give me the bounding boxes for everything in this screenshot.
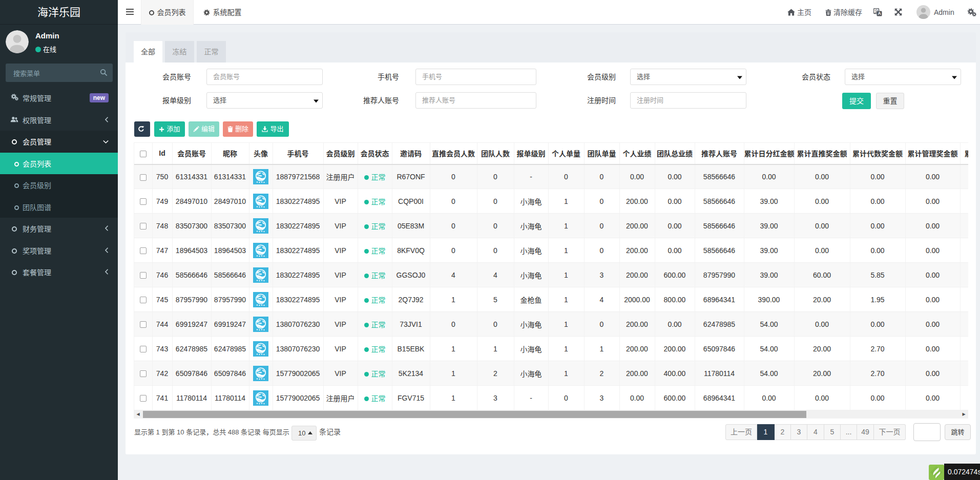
svg-text:A: A [878, 11, 881, 16]
